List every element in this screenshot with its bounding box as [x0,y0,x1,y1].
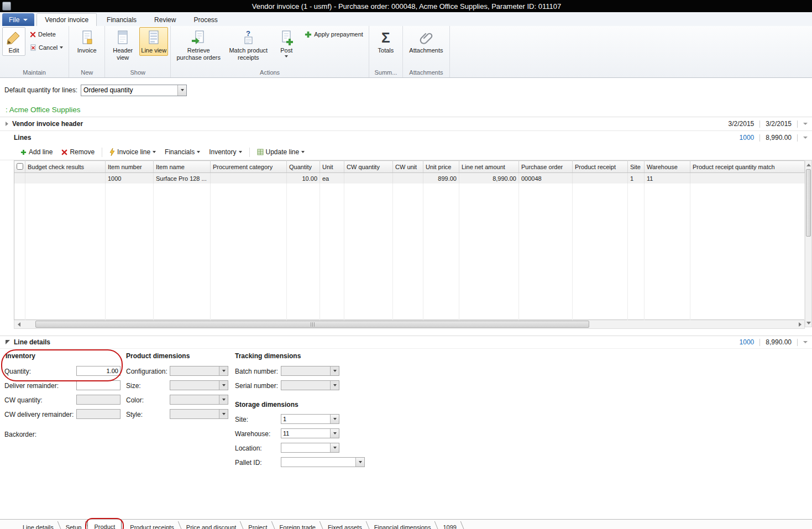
inventory-menu-button[interactable]: Inventory [205,146,245,158]
scroll-right-arrow[interactable] [795,320,804,328]
remove-button[interactable]: Remove [57,146,98,158]
scroll-up-arrow[interactable] [805,161,811,169]
tab-financial-dimensions[interactable]: Financial dimensions [368,520,437,529]
chevron-down-icon[interactable] [803,137,808,139]
attachments-button[interactable]: Attachments [405,27,447,56]
invoice-button[interactable]: Invoice [71,27,102,56]
edit-button[interactable]: Edit [2,27,25,56]
location-value[interactable] [281,443,330,452]
post-button[interactable]: Post [273,27,300,59]
warehouse-value[interactable] [281,429,330,438]
retrieve-purchase-orders-button[interactable]: Retrieve purchase orders [173,27,224,62]
col-cw-unit[interactable]: CW unit [393,161,423,173]
tab-fixed-assets[interactable]: Fixed assets [322,520,368,529]
site-value[interactable] [281,415,330,423]
invoice-line-menu-button[interactable]: Invoice line [106,146,160,158]
col-line-net-amount[interactable]: Line net amount [459,161,519,173]
tab-setup[interactable]: Setup [60,520,88,529]
col-item-number[interactable]: Item number [106,161,154,173]
group-label-summary: Summ... [371,69,400,77]
col-product-receipt-quantity-match[interactable]: Product receipt quantity match [690,161,805,173]
file-menu-button[interactable]: File [2,13,34,26]
update-line-menu-button[interactable]: Update line [253,146,309,158]
grid-empty-area [14,184,805,320]
line-details-total-quantity[interactable]: 1000 [740,338,755,346]
chevron-down-icon[interactable] [803,123,808,125]
vertical-scroll-track[interactable] [805,169,811,319]
tab-foreign-trade[interactable]: Foreign trade [274,520,322,529]
pallet-id-combobox[interactable] [281,457,365,467]
default-quantity-value[interactable] [81,85,177,96]
tab-vendor-invoice[interactable]: Vendor invoice [36,13,97,26]
lightning-bolt-icon [109,148,115,156]
chevron-down-icon[interactable] [177,85,186,96]
group-label-actions: Actions [173,69,366,77]
tab-1099[interactable]: 1099 [437,520,462,529]
tab-project[interactable]: Project [242,520,273,529]
vertical-scroll-thumb[interactable] [806,169,811,237]
add-line-button[interactable]: Add line [17,146,56,158]
chevron-down-icon[interactable] [330,429,339,438]
warehouse-combobox[interactable] [281,428,339,438]
match-product-receipts-button[interactable]: ? Match product receipts [225,27,271,62]
cancel-button[interactable]: Cancel [27,41,66,54]
site-combobox[interactable] [281,414,339,424]
line-view-icon [145,29,162,46]
lines-total-quantity[interactable]: 1000 [740,134,755,142]
collapse-icon[interactable] [6,340,10,344]
tab-review[interactable]: Review [146,14,184,26]
col-product-receipt[interactable]: Product receipt [573,161,628,173]
tab-product[interactable]: Product [87,520,122,529]
line-view-button[interactable]: Line view [139,27,168,56]
scroll-left-arrow[interactable] [14,320,23,328]
horizontal-scroll-track[interactable] [23,320,795,328]
delete-button[interactable]: Delete [27,28,66,40]
financials-menu-button[interactable]: Financials [161,146,204,158]
lines-total-amount: 8,990.00 [766,134,792,142]
col-purchase-order[interactable]: Purchase order [519,161,573,173]
horizontal-scrollbar[interactable] [14,320,805,329]
row-selector-cell [14,173,25,184]
tab-product-receipts[interactable]: Product receipts [124,520,180,529]
chevron-down-icon[interactable] [330,443,339,452]
pallet-id-value[interactable] [281,458,355,467]
invoice-document-icon [78,29,95,46]
col-item-name[interactable]: Item name [154,161,211,173]
col-unit[interactable]: Unit [320,161,344,173]
chevron-down-icon[interactable] [330,415,339,423]
tab-price-and-discount[interactable]: Price and discount [180,520,243,529]
col-cw-quantity[interactable]: CW quantity [344,161,393,173]
apply-prepayment-icon [305,31,312,38]
horizontal-scroll-thumb[interactable] [35,321,589,328]
invoice-line-row[interactable]: 1000 Surface Pro 128 ... 10.00 ea 899.00… [14,173,805,184]
invoice-button-label: Invoice [77,47,97,54]
deliver-remainder-input[interactable] [76,380,121,390]
vertical-scrollbar[interactable] [805,160,812,327]
col-procurement-category[interactable]: Procurement category [211,161,287,173]
scroll-down-arrow[interactable] [805,319,811,327]
col-site[interactable]: Site [628,161,645,173]
totals-button[interactable]: Σ Totals [371,27,400,56]
col-quantity[interactable]: Quantity [287,161,320,173]
expand-right-icon[interactable] [6,122,8,126]
chevron-down-icon [330,381,339,390]
location-combobox[interactable] [281,443,339,453]
tab-process[interactable]: Process [186,14,225,26]
chevron-down-icon[interactable] [803,341,808,343]
col-unit-price[interactable]: Unit price [423,161,459,173]
tracking-dimensions-heading: Tracking dimensions [235,352,301,360]
chevron-down-icon[interactable] [355,458,364,467]
col-warehouse[interactable]: Warehouse [645,161,690,173]
quantity-label: Quantity: [4,368,31,375]
select-all-checkbox[interactable] [17,163,23,170]
header-view-button[interactable]: Header view [107,27,138,62]
apply-prepayment-button[interactable]: Apply prepayment [301,28,366,40]
chevron-down-icon [197,151,200,153]
default-quantity-combobox[interactable] [81,85,187,96]
group-label-maintain: Maintain [2,69,66,77]
col-budget-check-results[interactable]: Budget check results [25,161,106,173]
quantity-input[interactable] [76,366,121,376]
tab-line-details[interactable]: Line details [17,520,60,529]
tab-financials[interactable]: Financials [99,14,144,26]
cw-quantity-label: CW quantity: [4,396,43,404]
